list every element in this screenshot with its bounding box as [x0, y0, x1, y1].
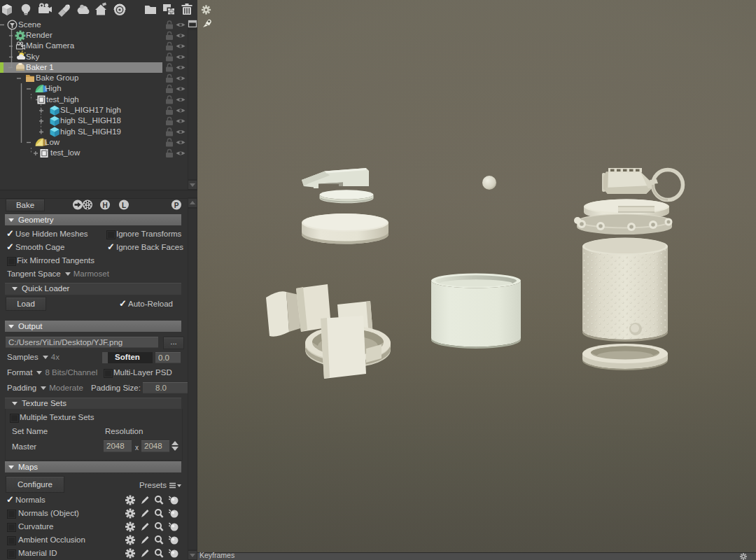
svg-text:H: H	[102, 202, 107, 209]
svg-text:L: L	[122, 202, 126, 209]
svg-text:P: P	[174, 202, 179, 209]
